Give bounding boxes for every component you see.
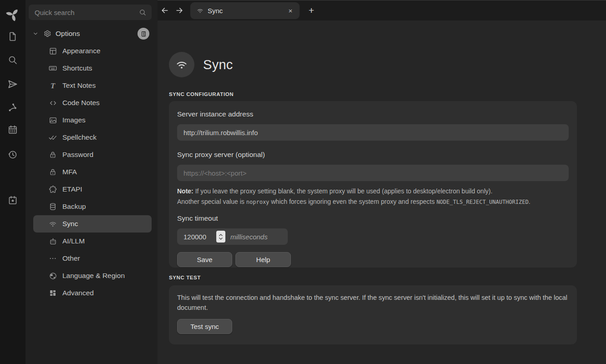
note2-text: Another special value is: [177, 198, 246, 205]
sidebar-item-label: AI/LLM: [62, 237, 85, 245]
sidebar-item-label: Advanced: [62, 289, 94, 297]
wifi-icon: [196, 7, 204, 15]
section-header-sync-configuration: SYNC CONFIGURATION: [169, 91, 234, 97]
wifi-icon: [48, 219, 57, 228]
sidebar-item-language-region[interactable]: Language & Region: [33, 267, 152, 284]
sidebar-item-shortcuts[interactable]: Shortcuts: [33, 60, 152, 77]
launcher-bar: [0, 0, 25, 364]
close-tab-icon[interactable]: ×: [285, 5, 296, 16]
sidebar-item-etapi[interactable]: ETAPI: [33, 181, 152, 198]
note2-text: .: [529, 198, 530, 205]
options-label: Options: [56, 30, 80, 38]
layout-icon: [48, 46, 57, 56]
ellipsis-icon: [48, 254, 57, 263]
sidebar-item-text-notes[interactable]: T Text Notes: [33, 77, 152, 94]
sidebar-item-ai-llm[interactable]: AI/LLM: [33, 233, 152, 250]
sidebar-item-password[interactable]: Password: [33, 146, 152, 163]
sync-test-description: This will test the connection and handsh…: [177, 293, 568, 313]
text-italic-icon: T: [48, 81, 57, 90]
options-menu: Appearance Shortcuts T Text Notes Code N…: [25, 42, 158, 302]
sidebar-item-appearance[interactable]: Appearance: [33, 42, 152, 60]
keyboard-icon: [48, 64, 57, 73]
database-icon: [48, 202, 57, 211]
note-map-icon[interactable]: [0, 102, 25, 113]
sync-test-card: This will test the connection and handsh…: [169, 285, 577, 344]
tab-sync[interactable]: Sync ×: [190, 2, 300, 19]
sidebar-item-label: MFA: [62, 168, 77, 176]
back-arrow-icon[interactable]: [158, 4, 171, 17]
proxy-note: Note: If you leave the proxy setting bla…: [177, 186, 569, 207]
new-tab-button[interactable]: +: [305, 4, 318, 17]
sidebar-item-label: Backup: [62, 202, 86, 211]
options-tree-root[interactable]: Options: [25, 27, 158, 40]
tab-bar: Sync × +: [158, 0, 606, 20]
lock-icon: [48, 150, 57, 159]
sidebar-item-code-notes[interactable]: Code Notes: [33, 94, 152, 111]
sync-configuration-card: Server instance address Sync proxy serve…: [169, 101, 577, 268]
recent-changes-icon[interactable]: [0, 149, 25, 160]
sidebar-item-sync[interactable]: Sync: [33, 215, 152, 233]
quick-search[interactable]: [29, 5, 152, 20]
quick-search-input[interactable]: [29, 9, 139, 16]
note-text: If you leave the proxy setting blank, th…: [194, 187, 493, 195]
timeout-label: Sync timeout: [177, 214, 569, 224]
sidebar-item-label: Code Notes: [62, 99, 100, 107]
forward-arrow-icon[interactable]: [173, 4, 186, 17]
sidebar-item-label: Shortcuts: [62, 64, 92, 72]
sidebar: Options Appearance Shortcuts T Text Note…: [25, 0, 158, 364]
test-sync-button[interactable]: Test sync: [177, 319, 232, 334]
timeout-input[interactable]: [177, 233, 216, 241]
wifi-icon: [175, 58, 188, 71]
sidebar-item-label: Sync: [62, 220, 78, 228]
proxy-label: Sync proxy server (optional): [177, 151, 569, 161]
lock-icon: [48, 167, 57, 177]
sidebar-item-backup[interactable]: Backup: [33, 198, 152, 215]
page-title: Sync: [203, 57, 233, 72]
sidebar-item-label: Language & Region: [62, 272, 125, 280]
sidebar-item-label: Appearance: [62, 47, 101, 55]
env-var-code: NODE_TLS_REJECT_UNAUTHORIZED: [437, 199, 529, 205]
sidebar-item-label: Password: [62, 151, 93, 159]
calendar-icon[interactable]: [0, 124, 25, 135]
tab-label: Sync: [208, 7, 285, 15]
search-icon[interactable]: [0, 55, 25, 66]
note-bold: Note:: [177, 187, 194, 195]
robot-icon: [48, 237, 57, 246]
sidebar-item-spellcheck[interactable]: Spellcheck: [33, 129, 152, 146]
sidebar-item-images[interactable]: Images: [33, 111, 152, 129]
new-note-icon[interactable]: [0, 31, 25, 42]
code-icon: [48, 98, 57, 107]
section-header-sync-test: SYNC TEST: [169, 275, 201, 280]
search-icon: [139, 9, 147, 16]
timeout-input-group: milliseconds: [177, 228, 288, 245]
sidebar-item-mfa[interactable]: MFA: [33, 163, 152, 181]
timeout-unit-label: milliseconds: [230, 233, 268, 241]
sidebar-item-label: Images: [62, 116, 86, 124]
jump-to-note-icon[interactable]: [0, 78, 25, 90]
help-button[interactable]: Help: [235, 252, 291, 267]
gear-icon: [43, 30, 51, 38]
proxy-input[interactable]: [177, 165, 569, 181]
double-check-icon: [48, 133, 57, 142]
noproxy-code: noproxy: [246, 199, 270, 205]
blocks-icon: [48, 288, 57, 298]
sidebar-item-label: Text Notes: [62, 81, 96, 90]
sidebar-item-label: ETAPI: [62, 185, 82, 193]
page-icon-circle: [169, 52, 194, 77]
main-content: Sync SYNC CONFIGURATION Server instance …: [158, 20, 606, 364]
sidebar-item-label: Other: [62, 254, 80, 263]
today-icon[interactable]: [0, 195, 25, 206]
chevron-down-icon[interactable]: [32, 30, 39, 37]
trilium-logo: [0, 5, 25, 24]
save-button[interactable]: Save: [177, 252, 232, 267]
sidebar-item-other[interactable]: Other: [33, 250, 152, 267]
server-address-input[interactable]: [177, 124, 569, 141]
globe-icon: [48, 271, 57, 280]
sidebar-item-advanced[interactable]: Advanced: [33, 284, 152, 302]
number-spinner[interactable]: [216, 231, 225, 243]
server-address-label: Server instance address: [177, 110, 569, 120]
image-icon: [48, 116, 57, 125]
note2-text: which forces ignoring even the system pr…: [269, 198, 436, 205]
close-options-button[interactable]: [137, 28, 149, 40]
sidebar-item-label: Spellcheck: [62, 133, 97, 142]
